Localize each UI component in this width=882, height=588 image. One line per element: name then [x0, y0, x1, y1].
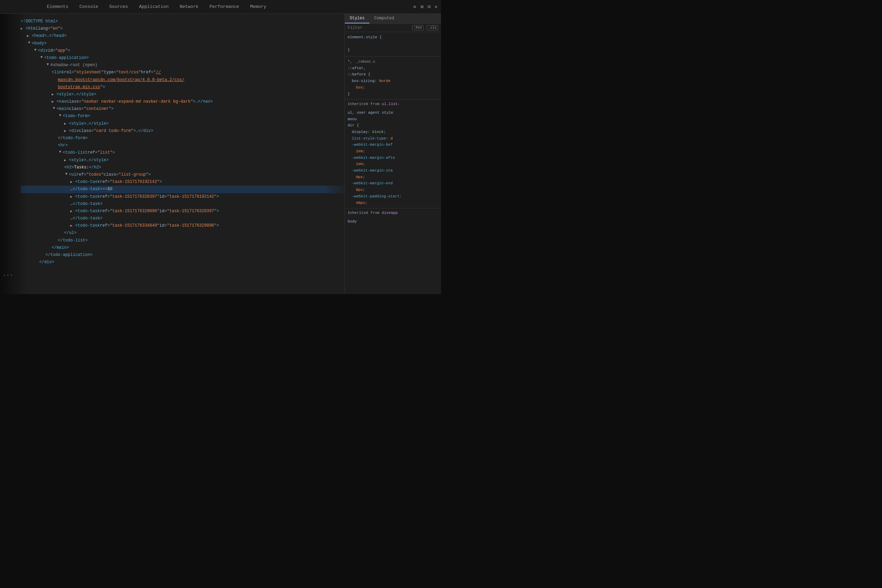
- settings-icon[interactable]: ⚙: [421, 4, 423, 10]
- dom-line[interactable]: ▶ <todo-list ref="list" >: [21, 149, 345, 156]
- dom-line: …</todo-task>: [21, 201, 345, 208]
- body-style-section: body: [345, 218, 441, 226]
- tab-elements[interactable]: Elements: [41, 0, 74, 14]
- dom-line[interactable]: ▶ <div class="card todo-form" >…</div>: [21, 128, 345, 135]
- dom-line[interactable]: <link rel="stylesheet" type="text/css" h…: [21, 69, 345, 76]
- dom-line: </todo-application>: [21, 252, 345, 259]
- styles-panel-tabs: Styles Computed: [345, 14, 441, 24]
- tab-sources[interactable]: Sources: [104, 0, 134, 14]
- dom-line[interactable]: ▶ <div id="app" >: [21, 47, 345, 54]
- dom-line-active[interactable]: …</todo-task> == $0: [21, 186, 345, 193]
- dom-line: </todo-list>: [21, 237, 345, 244]
- tab-styles[interactable]: Styles: [345, 14, 369, 23]
- tab-computed[interactable]: Computed: [369, 14, 399, 23]
- more-tabs-button[interactable]: »: [413, 4, 417, 10]
- close-devtools-icon[interactable]: ✕: [435, 4, 438, 10]
- tab-network[interactable]: Network: [174, 0, 204, 14]
- dom-line[interactable]: ▶ <head>…</head>: [21, 32, 345, 40]
- ul-style-section: ul, user agent style menu dir { display:…: [345, 109, 441, 207]
- tab-performance[interactable]: Performance: [204, 0, 244, 14]
- tab-bar-right: » ⚙ ⊡ ✕: [413, 4, 438, 10]
- dock-icon[interactable]: ⊡: [428, 4, 430, 10]
- styles-filter-input[interactable]: [348, 26, 409, 30]
- universal-style-section: *, _reboot.s ::after, ::before { box-siz…: [345, 56, 441, 98]
- dom-line: <h2>Tasks:</h2>: [21, 164, 345, 171]
- element-style-close: }: [348, 48, 350, 52]
- dom-line[interactable]: ▶ <main class="container" >: [21, 105, 345, 112]
- dom-line: </main>: [21, 244, 345, 252]
- dom-line[interactable]: ▶ <todo-application>: [21, 54, 345, 62]
- reboot-ref: _reboot.s: [357, 60, 375, 64]
- tab-memory[interactable]: Memory: [244, 0, 272, 14]
- cls-button[interactable]: .cls: [426, 25, 438, 30]
- dom-line: maxcdn.bootstrapcdn.com/bootstrap/4.0.0-…: [21, 76, 345, 84]
- dom-line[interactable]: ▶ <todo-task ref="task-1517176334849" id…: [21, 222, 345, 230]
- dom-line[interactable]: ▶ <nav class="navbar navbar-expand-md na…: [21, 98, 345, 105]
- ellipsis-button[interactable]: ...: [3, 272, 14, 277]
- dom-line[interactable]: ▶ <todo-task ref="task-1517176320397" id…: [21, 193, 345, 201]
- tab-application[interactable]: Application: [134, 0, 174, 14]
- dom-line[interactable]: ▶ <ul ref="todos" class="list-group" >: [21, 171, 345, 178]
- main-layout: <!DOCTYPE html> ▶ <html lang="en" > ▶ <h…: [0, 14, 441, 294]
- styles-filter-row: :hov .cls: [345, 24, 441, 32]
- dom-line[interactable]: ▶ <todo-task ref="task-1517176192142" >: [21, 178, 345, 186]
- element-style-rule: element.style {: [348, 35, 382, 39]
- dom-line[interactable]: ▶ <html lang="en" >: [21, 25, 345, 32]
- dom-line[interactable]: ▶ <style>…</style>: [21, 91, 345, 98]
- dom-line[interactable]: ▶ <body>: [21, 40, 345, 47]
- dom-line[interactable]: ▶ <style>…</style>: [21, 157, 345, 164]
- dom-line: </ul>: [21, 230, 345, 237]
- styles-panel: Styles Computed :hov .cls element.style …: [345, 14, 441, 294]
- dom-line[interactable]: ▶ <todo-form>: [21, 112, 345, 120]
- element-style-section: element.style { }: [345, 33, 441, 54]
- dom-panel: <!DOCTYPE html> ▶ <html lang="en" > ▶ <h…: [0, 14, 345, 294]
- dom-line: </div>: [21, 259, 345, 266]
- dom-line: bootstrap.min.css">: [21, 84, 345, 91]
- devtools-tab-bar: Elements Console Sources Application Net…: [0, 0, 441, 14]
- dom-line: ▶ #shadow-root (open): [21, 62, 345, 69]
- dom-line: <hr>: [21, 142, 345, 149]
- inherited-from-ul: Inherited from ul.list-: [345, 99, 441, 109]
- dom-line[interactable]: ▶ <style>…</style>: [21, 120, 345, 128]
- dom-line[interactable]: ▶ <todo-task ref="task-1517176329096" id…: [21, 208, 345, 215]
- hov-button[interactable]: :hov: [412, 25, 424, 30]
- dom-line: </todo-form>: [21, 135, 345, 142]
- inherited-from-div: Inherited from div#app: [345, 208, 441, 218]
- universal-selector: *,: [348, 60, 352, 64]
- tab-console[interactable]: Console: [74, 0, 104, 14]
- dom-line: …</todo-task>: [21, 215, 345, 222]
- styles-content: element.style { } *, _reboot.s ::after, …: [345, 32, 441, 294]
- dom-line: <!DOCTYPE html>: [21, 18, 345, 25]
